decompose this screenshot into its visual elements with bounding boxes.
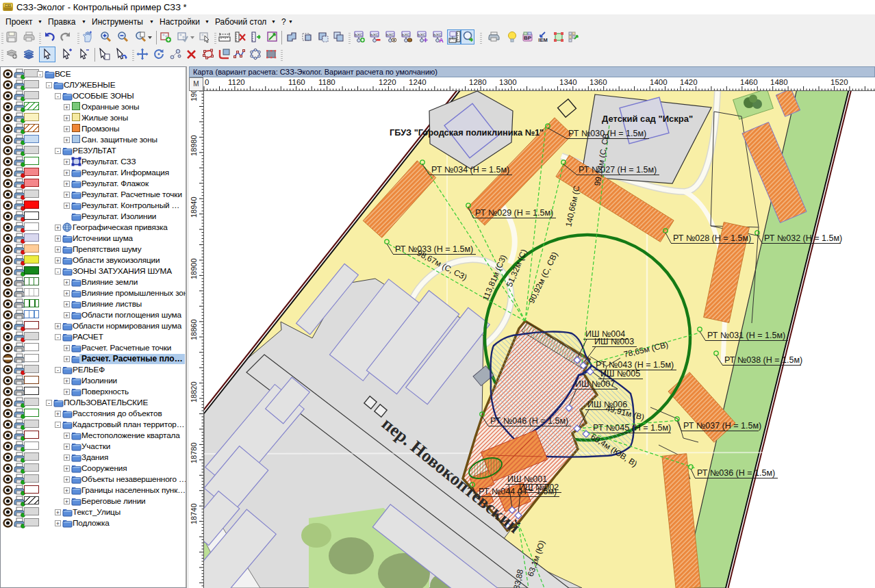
svg-text:1520: 1520 bbox=[830, 78, 848, 86]
svg-text:ЬХС: ЬХС bbox=[355, 33, 363, 37]
svg-text:1460: 1460 bbox=[740, 78, 758, 86]
svg-text:РТ №036 (Н = 1.5м): РТ №036 (Н = 1.5м) bbox=[697, 468, 775, 478]
svg-text:18900: 18900 bbox=[190, 258, 198, 279]
svg-text:1400: 1400 bbox=[650, 78, 668, 86]
svg-text:РТ №045 (Н = 1.5м): РТ №045 (Н = 1.5м) bbox=[593, 423, 671, 433]
svg-text:ГБУЗ "Городская поликлиника №1: ГБУЗ "Городская поликлиника №1" bbox=[390, 127, 544, 138]
svg-text:18860: 18860 bbox=[190, 319, 198, 340]
svg-text:РТ №038 (Н = 1.5м): РТ №038 (Н = 1.5м) bbox=[724, 355, 802, 365]
svg-text:1220: 1220 bbox=[379, 78, 396, 86]
svg-text:1420: 1420 bbox=[680, 78, 698, 86]
svg-text:РТ №043 (Н = 1.5м): РТ №043 (Н = 1.5м) bbox=[596, 360, 674, 370]
svg-text:BP: BP bbox=[524, 35, 532, 41]
svg-text:А: А bbox=[439, 37, 444, 43]
svg-text:ЬХС: ЬХС bbox=[418, 33, 426, 37]
svg-text:1360: 1360 bbox=[589, 78, 607, 86]
svg-text:1240: 1240 bbox=[409, 78, 427, 86]
svg-text:1120: 1120 bbox=[228, 78, 245, 86]
svg-text:РТ №033 (Н = 1.5м): РТ №033 (Н = 1.5м) bbox=[395, 244, 473, 254]
svg-text:СЗЗ: СЗЗ bbox=[5, 4, 11, 8]
svg-text:РТ №029 (Н = 1.5м): РТ №029 (Н = 1.5м) bbox=[475, 208, 553, 218]
svg-text:ИШ №003: ИШ №003 bbox=[594, 337, 634, 346]
svg-text:Детский сад "Искра": Детский сад "Искра" bbox=[602, 114, 693, 124]
svg-text:ЬХС: ЬХС bbox=[402, 33, 410, 37]
svg-text:18940: 18940 bbox=[190, 196, 198, 218]
svg-text:РТ №032 (Н = 1.5м): РТ №032 (Н = 1.5м) bbox=[764, 233, 842, 243]
svg-text:ИШ №002: ИШ №002 bbox=[519, 483, 559, 492]
svg-text:ЬХС: ЬХС bbox=[386, 33, 394, 37]
svg-text:18980: 18980 bbox=[190, 135, 198, 156]
svg-text:1180: 1180 bbox=[318, 78, 335, 86]
svg-text:РТ №046 (Н = 1.5м): РТ №046 (Н = 1.5м) bbox=[490, 416, 568, 426]
svg-text:IEM: IEM bbox=[538, 37, 547, 43]
svg-text:РТ №031 (Н = 1.5м): РТ №031 (Н = 1.5м) bbox=[707, 331, 785, 340]
svg-text:18780: 18780 bbox=[190, 442, 198, 463]
svg-text:РТ №028 (Н = 1.5м): РТ №028 (Н = 1.5м) bbox=[673, 233, 751, 243]
svg-text:19020: 19020 bbox=[190, 91, 198, 101]
svg-text:18740: 18740 bbox=[190, 503, 198, 524]
svg-text:РТ №034 (Н = 1.5м): РТ №034 (Н = 1.5м) bbox=[431, 165, 509, 175]
svg-text:РТ №037 (Н = 1.5м): РТ №037 (Н = 1.5м) bbox=[683, 421, 761, 431]
svg-text:1160: 1160 bbox=[288, 78, 305, 86]
svg-text:ЬХС: ЬХС bbox=[433, 33, 442, 37]
svg-text:1480: 1480 bbox=[770, 78, 788, 86]
svg-text:ЬХС: ЬХС bbox=[370, 33, 379, 37]
svg-text:1280: 1280 bbox=[469, 78, 487, 86]
svg-text:1300: 1300 bbox=[499, 78, 517, 86]
svg-text:1340: 1340 bbox=[559, 78, 577, 86]
svg-text:18820: 18820 bbox=[190, 381, 198, 402]
svg-text:ИШ №005: ИШ №005 bbox=[600, 369, 640, 379]
svg-text:РТ №027 (Н = 1.5м): РТ №027 (Н = 1.5м) bbox=[579, 165, 657, 175]
svg-text:0: 0 bbox=[205, 78, 209, 86]
svg-text:ИШ №007: ИШ №007 bbox=[575, 379, 615, 389]
